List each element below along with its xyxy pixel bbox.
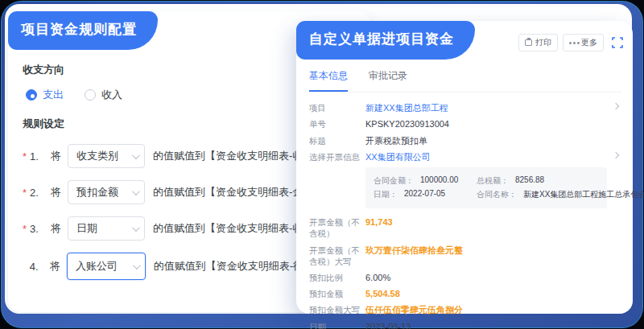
field-invoice-info: 选择开票信息 XX集团有限公司 xyxy=(309,151,621,162)
document-panel: 自定义单据进项目资金 打印 更多 基本信息 审批记录 xyxy=(296,21,633,314)
field-doc-number-value: KPSKY20230913004 xyxy=(365,118,449,130)
more-icon xyxy=(569,42,572,44)
field-date: 日期 2023-09-13 xyxy=(309,321,621,329)
rule-1-field-value: 收支类别 xyxy=(76,149,118,163)
contract-date-value: 2022-07-05 xyxy=(404,189,445,200)
document-tabs: 基本信息 审批记录 xyxy=(309,69,621,93)
withholding-amount-value: 5,504.58 xyxy=(365,288,400,299)
withholding-amount-caps-label: 预扣金额大写 xyxy=(309,304,365,315)
withholding-ratio-label: 预扣比例 xyxy=(309,272,365,283)
field-project-label: 项目 xyxy=(309,102,365,113)
radio-income-label: 收入 xyxy=(101,88,122,102)
contract-info-box: 合同金额： 100000.00 总税额： 8256.88 日期： 2022-07… xyxy=(365,167,607,208)
required-asterisk: * xyxy=(23,150,30,162)
contract-amount-value: 100000.00 xyxy=(420,175,458,187)
tab-basic-info[interactable]: 基本信息 xyxy=(309,69,348,92)
field-invoice-amount-caps: 开票金额（不含税）大写 玖万壹仟柒佰肆拾叁元整 xyxy=(309,245,621,267)
tax-total-label: 总税额： xyxy=(477,175,509,187)
invoice-amount-caps-label: 开票金额（不含税）大写 xyxy=(309,245,365,267)
tab-approval-record[interactable]: 审批记录 xyxy=(369,69,407,92)
field-invoice-info-label: 选择开票信息 xyxy=(309,151,365,162)
field-doc-number-label: 单号 xyxy=(309,118,365,130)
rule-3-field-select[interactable]: 日期 xyxy=(68,216,145,241)
rule-4-field-value: 入账公司 xyxy=(76,259,118,273)
fullscreen-button[interactable] xyxy=(612,37,623,48)
radio-icon xyxy=(85,89,96,101)
print-button[interactable]: 打印 xyxy=(518,34,558,51)
required-asterisk: * xyxy=(23,187,30,199)
required-asterisk: * xyxy=(23,223,30,235)
invoice-amount-label: 开票金额（不含税） xyxy=(309,216,365,239)
field-withholding-amount: 预扣金额 5,504.58 xyxy=(309,288,621,299)
rule-4-field-select[interactable]: 入账公司 xyxy=(67,253,146,280)
rule-prefix: 将 xyxy=(51,185,61,199)
contract-row-1: 合同金额： 100000.00 总税额： 8256.88 xyxy=(374,175,599,187)
document-panel-title: 自定义单据进项目资金 xyxy=(296,21,475,60)
rule-number: 2. xyxy=(30,187,51,199)
field-title: 标题 开票税款预扣单 xyxy=(309,135,621,146)
rule-config-title: 项目资金规则配置 xyxy=(8,11,158,50)
rule-3-field-value: 日期 xyxy=(76,221,97,236)
field-withholding-amount-caps: 预扣金额大写 伍仟伍佰零肆元伍角捌分 xyxy=(309,304,621,315)
document-toolbar: 打印 更多 xyxy=(518,34,623,51)
document-fields: 项目 新建XX集团总部工程 单号 KPSKY20230913004 标题 开票税… xyxy=(309,102,621,329)
invoice-amount-caps-value: 玖万壹仟柒佰肆拾叁元整 xyxy=(365,245,463,267)
field-doc-number: 单号 KPSKY20230913004 xyxy=(309,118,621,130)
chevron-right-icon[interactable] xyxy=(613,103,619,109)
date-value: 2023-09-13 xyxy=(365,321,411,329)
more-button[interactable]: 更多 xyxy=(563,34,604,51)
chevron-down-icon xyxy=(132,224,140,232)
invoice-amount-value: 91,743 xyxy=(365,216,393,239)
field-withholding-ratio: 预扣比例 6.00% xyxy=(309,272,621,283)
withholding-ratio-value: 6.00% xyxy=(365,272,390,283)
rule-prefix: 将 xyxy=(51,149,61,163)
tax-total-value: 8256.88 xyxy=(515,175,544,187)
contract-amount-label: 合同金额： xyxy=(374,175,414,187)
rule-2-field-select[interactable]: 预扣金额 xyxy=(68,180,145,204)
field-invoice-amount: 开票金额（不含税） 91,743 xyxy=(309,216,621,239)
more-button-label: 更多 xyxy=(581,37,597,48)
rule-number: 3. xyxy=(30,223,51,235)
radio-income[interactable]: 收入 xyxy=(85,88,122,102)
contract-row-2: 日期： 2022-07-05 合同名称： 新建XX集团总部工程施工总承包合同 xyxy=(374,189,599,200)
field-invoice-info-value[interactable]: XX集团有限公司 xyxy=(365,151,431,162)
field-project-value[interactable]: 新建XX集团总部工程 xyxy=(365,102,448,113)
field-title-label: 标题 xyxy=(309,135,365,146)
print-icon xyxy=(525,39,532,46)
contract-date-label: 日期： xyxy=(374,189,398,200)
rule-prefix: 将 xyxy=(50,259,60,273)
rule-number: 1. xyxy=(30,150,51,162)
date-label: 日期 xyxy=(309,321,365,329)
fullscreen-icon xyxy=(612,37,623,48)
withholding-amount-label: 预扣金额 xyxy=(309,288,365,299)
rule-prefix: 将 xyxy=(51,221,61,236)
field-title-value: 开票税款预扣单 xyxy=(365,135,427,146)
rule-2-field-value: 预扣金额 xyxy=(76,185,118,199)
rule-1-field-select[interactable]: 收支类别 xyxy=(68,144,145,168)
rule-number: 4. xyxy=(30,261,50,273)
radio-expense-label: 支出 xyxy=(43,88,64,102)
radio-expense[interactable]: 支出 xyxy=(26,88,64,102)
chevron-down-icon xyxy=(132,151,140,159)
withholding-amount-caps-value: 伍仟伍佰零肆元伍角捌分 xyxy=(365,304,463,315)
contract-name-label: 合同名称： xyxy=(477,189,517,200)
field-project: 项目 新建XX集团总部工程 xyxy=(309,102,621,113)
print-button-label: 打印 xyxy=(535,37,551,48)
chevron-down-icon xyxy=(132,187,140,195)
chevron-down-icon xyxy=(133,261,141,269)
chevron-right-icon[interactable] xyxy=(613,152,619,158)
radio-selected-icon xyxy=(26,89,37,101)
screenshot-stage: 项目资金规则配置 收支方向 支出 收入 规则设定 * 1. 将 xyxy=(0,0,644,329)
contract-name-value: 新建XX集团总部工程施工总承包合同 xyxy=(523,189,644,200)
